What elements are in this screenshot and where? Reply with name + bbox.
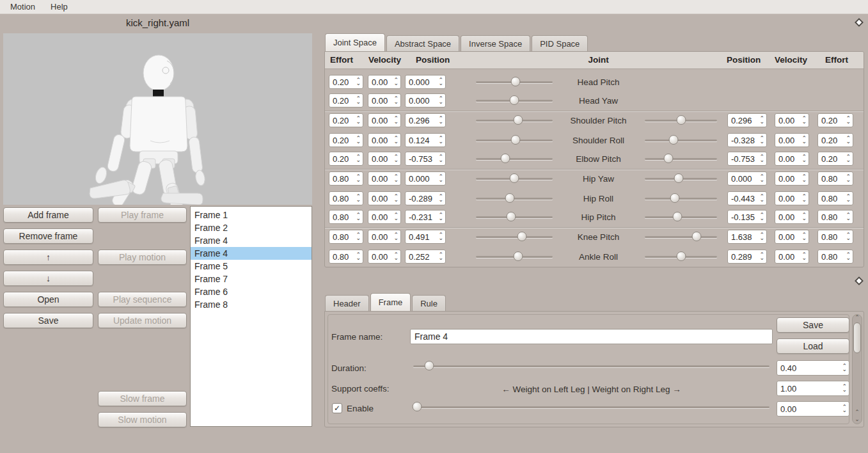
frame-name-input[interactable] [410, 329, 773, 344]
effort-left-spin[interactable]: 0.80⌃⌄ [329, 210, 363, 224]
velocity-right-spin[interactable]: 0.00⌃⌄ [775, 113, 809, 127]
effort-left-spin[interactable]: 0.20⌃⌄ [329, 133, 363, 147]
position-left-slider[interactable] [476, 152, 553, 166]
effort-left-spin[interactable]: 0.80⌃⌄ [329, 250, 363, 264]
position-left-spin[interactable]: 0.252⌃⌄ [405, 250, 446, 264]
save-button[interactable]: Save [3, 313, 93, 328]
effort-right-spin[interactable]: 0.80⌃⌄ [817, 230, 853, 244]
frame-list-item[interactable]: Frame 4 [191, 234, 312, 247]
velocity-right-spin[interactable]: 0.00⌃⌄ [775, 171, 809, 186]
position-left-spin[interactable]: -0.231⌃⌄ [405, 210, 446, 224]
position-left-slider[interactable] [476, 230, 553, 244]
effort-left-spin[interactable]: 0.80⌃⌄ [329, 191, 363, 205]
frame-list-item[interactable]: Frame 8 [191, 298, 312, 311]
support-spin[interactable]: 1.00⌃⌄ [777, 381, 849, 396]
velocity-left-spin[interactable]: 0.00⌃⌄ [368, 93, 401, 107]
frame-list-item[interactable]: Frame 4 [191, 247, 312, 260]
position-left-slider[interactable] [476, 171, 553, 186]
position-left-slider[interactable] [476, 250, 553, 264]
scroll-down-icon[interactable]: ⌄ [855, 417, 860, 424]
frame-save-button[interactable]: Save [777, 317, 849, 333]
tab-inverse-space[interactable]: Inverse Space [461, 35, 530, 51]
position-left-slider[interactable] [476, 210, 553, 224]
effort-right-spin[interactable]: 0.80⌃⌄ [817, 171, 853, 186]
scroll-up-icon[interactable]: ⌃ [855, 315, 860, 322]
enable-checkbox[interactable]: ✓ [332, 403, 342, 413]
effort-left-spin[interactable]: 0.20⌃⌄ [329, 113, 363, 127]
update-motion-button[interactable]: Update motion [98, 313, 187, 328]
velocity-right-spin[interactable]: 0.00⌃⌄ [775, 152, 809, 166]
robot-3d-view[interactable] [3, 33, 312, 205]
tab-frame[interactable]: Frame [370, 293, 411, 311]
position-left-spin[interactable]: 0.000⌃⌄ [405, 171, 446, 186]
duration-slider[interactable] [413, 359, 769, 373]
open-button[interactable]: Open [3, 292, 93, 307]
position-left-spin[interactable]: -0.753⌃⌄ [405, 152, 446, 166]
effort-right-spin[interactable]: 0.20⌃⌄ [817, 133, 853, 147]
position-right-spin[interactable]: 0.289⌃⌄ [727, 250, 767, 264]
position-right-spin[interactable]: -0.443⌃⌄ [727, 191, 767, 205]
vertical-scrollbar[interactable]: ⌃ ⌃ ⌄ [852, 314, 862, 424]
position-right-slider[interactable] [645, 171, 717, 186]
dock-settings-icon[interactable] [854, 17, 862, 26]
position-left-slider[interactable] [476, 133, 553, 147]
position-left-slider[interactable] [476, 113, 553, 127]
frame-list[interactable]: Frame 1Frame 2Frame 4Frame 4Frame 5Frame… [190, 206, 312, 427]
velocity-left-spin[interactable]: 0.00⌃⌄ [368, 152, 401, 166]
position-right-slider[interactable] [645, 152, 717, 166]
velocity-left-spin[interactable]: 0.00⌃⌄ [368, 113, 401, 127]
velocity-left-spin[interactable]: 0.00⌃⌄ [368, 75, 401, 89]
velocity-right-spin[interactable]: 0.00⌃⌄ [775, 210, 809, 224]
effort-right-spin[interactable]: 0.80⌃⌄ [817, 191, 853, 205]
position-right-slider[interactable] [645, 230, 717, 244]
enable-spin[interactable]: 0.00⌃⌄ [777, 401, 849, 417]
enable-slider[interactable] [413, 400, 769, 414]
effort-left-spin[interactable]: 0.80⌃⌄ [329, 230, 363, 244]
velocity-left-spin[interactable]: 0.00⌃⌄ [368, 191, 401, 205]
effort-left-spin[interactable]: 0.20⌃⌄ [329, 93, 363, 107]
menu-help[interactable]: Help [43, 1, 75, 13]
play-frame-button[interactable]: Play frame [98, 207, 187, 223]
effort-right-spin[interactable]: 0.20⌃⌄ [817, 113, 853, 127]
effort-left-spin[interactable]: 0.80⌃⌄ [329, 171, 363, 186]
position-right-slider[interactable] [645, 191, 717, 205]
position-right-slider[interactable] [645, 133, 717, 147]
slow-frame-button[interactable]: Slow frame [98, 391, 187, 406]
position-right-spin[interactable]: 1.638⌃⌄ [727, 230, 767, 244]
position-left-spin[interactable]: 0.000⌃⌄ [405, 93, 446, 107]
velocity-right-spin[interactable]: 0.00⌃⌄ [775, 191, 809, 205]
position-left-spin[interactable]: 0.124⌃⌄ [405, 133, 446, 147]
position-right-spin[interactable]: -0.753⌃⌄ [727, 152, 767, 166]
effort-right-spin[interactable]: 0.80⌃⌄ [817, 210, 853, 224]
tab-header[interactable]: Header [325, 295, 369, 311]
play-sequence-button[interactable]: Play sequence [98, 292, 187, 307]
effort-right-spin[interactable]: 0.20⌃⌄ [817, 152, 853, 166]
position-right-slider[interactable] [645, 250, 717, 264]
frame-load-button[interactable]: Load [777, 338, 849, 354]
add-frame-button[interactable]: Add frame [3, 207, 93, 223]
move-down-button[interactable]: ↓ [3, 271, 93, 286]
velocity-left-spin[interactable]: 0.00⌃⌄ [368, 133, 401, 147]
tab-abstract-space[interactable]: Abstract Space [386, 35, 459, 51]
duration-spin[interactable]: 0.40⌃⌄ [777, 360, 849, 376]
effort-left-spin[interactable]: 0.20⌃⌄ [329, 75, 363, 89]
position-right-spin[interactable]: -0.135⌃⌄ [727, 210, 767, 224]
position-right-slider[interactable] [645, 210, 717, 224]
frame-list-item[interactable]: Frame 1 [191, 209, 312, 221]
position-left-spin[interactable]: -0.289⌃⌄ [405, 191, 446, 205]
frame-list-item[interactable]: Frame 6 [191, 285, 312, 298]
velocity-right-spin[interactable]: 0.00⌃⌄ [775, 250, 809, 264]
velocity-left-spin[interactable]: 0.00⌃⌄ [368, 171, 401, 186]
frame-list-item[interactable]: Frame 2 [191, 221, 312, 234]
tab-rule[interactable]: Rule [412, 295, 446, 311]
tab-pid-space[interactable]: PID Space [532, 35, 588, 51]
position-right-spin[interactable]: -0.328⌃⌄ [727, 133, 767, 147]
position-right-spin[interactable]: 0.000⌃⌄ [727, 171, 767, 186]
position-left-slider[interactable] [476, 93, 553, 107]
scrollbar-thumb[interactable] [853, 322, 861, 353]
position-right-slider[interactable] [645, 113, 717, 127]
dock-settings-icon-bottom[interactable] [854, 276, 862, 284]
velocity-left-spin[interactable]: 0.00⌃⌄ [368, 250, 401, 264]
remove-frame-button[interactable]: Remove frame [3, 228, 93, 244]
velocity-right-spin[interactable]: 0.00⌃⌄ [775, 230, 809, 244]
